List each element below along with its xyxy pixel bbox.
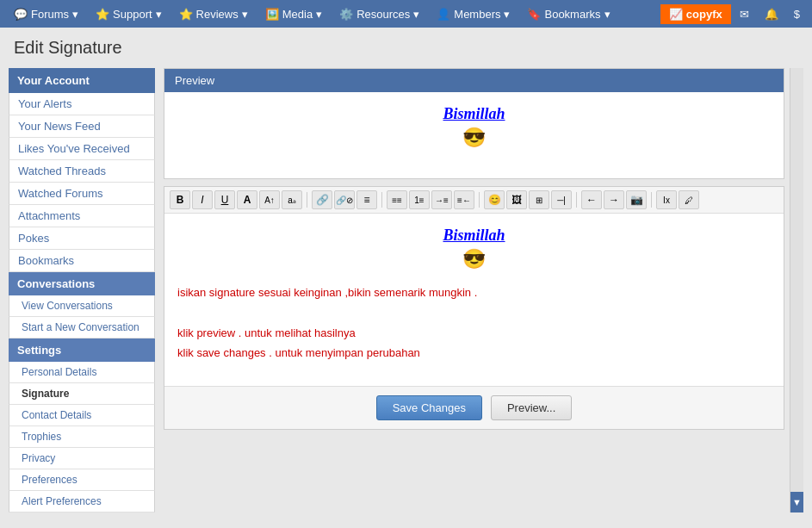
members-icon: 👤: [437, 8, 450, 21]
toolbar-camera[interactable]: 📷: [626, 190, 647, 209]
toolbar-undo[interactable]: ←: [581, 190, 602, 209]
preview-signature-title: Bismillah: [177, 105, 771, 123]
toolbar-remove-format[interactable]: Ix: [656, 190, 677, 209]
toolbar-bold[interactable]: B: [170, 190, 190, 209]
dollar-icon: $: [794, 8, 800, 21]
nav-support-label: Support: [113, 8, 152, 21]
preview-header: Preview: [164, 69, 784, 92]
sidebar-item-personal-details[interactable]: Personal Details: [9, 362, 155, 383]
nav-mail[interactable]: ✉: [733, 4, 756, 24]
preview-body: Bismillah 😎: [164, 92, 784, 178]
nav-bookmarks-label: Bookmarks: [544, 8, 600, 21]
toolbar-link[interactable]: 🔗: [312, 190, 332, 209]
sidebar-item-attachments[interactable]: Attachments: [9, 205, 155, 227]
toolbar-unlink[interactable]: 🔗⊘: [334, 190, 355, 209]
preview-signature-emoji: 😎: [177, 127, 771, 149]
nav-forums[interactable]: 💬 Forums ▾: [5, 3, 87, 26]
nav-resources[interactable]: ⚙️ Resources ▾: [331, 3, 428, 26]
preview-panel: Preview Bismillah 😎: [164, 68, 784, 179]
main-layout: Your Account Your Alerts Your News Feed …: [0, 68, 812, 521]
editor-toolbar: B I U A A↑ aₐ 🔗 🔗⊘ ≡ ≡≡ 1≡ →≡ ≡← 😊 🖼 ⊞ ─…: [164, 187, 784, 214]
nav-bookmarks[interactable]: 🔖 Bookmarks ▾: [518, 3, 618, 26]
nav-forums-label: Forums: [31, 8, 69, 21]
toolbar-source[interactable]: 🖊: [679, 190, 699, 209]
scroll-down-button[interactable]: ▼: [790, 492, 803, 512]
toolbar-sep-2: [381, 192, 382, 208]
toolbar-indent-out[interactable]: ≡←: [454, 190, 474, 209]
editor-signature-title: Bismillah: [177, 227, 771, 245]
sidebar-item-signature[interactable]: Signature: [9, 383, 155, 405]
editor-panel: B I U A A↑ aₐ 🔗 🔗⊘ ≡ ≡≡ 1≡ →≡ ≡← 😊 🖼 ⊞ ─…: [164, 186, 784, 430]
toolbar-sep-3: [479, 192, 480, 208]
media-icon: 🖼️: [265, 8, 279, 21]
sidebar-item-watched-threads[interactable]: Watched Threads: [9, 160, 155, 183]
support-icon: ⭐: [96, 8, 109, 21]
nav-dollar[interactable]: $: [787, 4, 807, 24]
sidebar-item-watched-forums[interactable]: Watched Forums: [9, 183, 155, 205]
toolbar-hr[interactable]: ─|: [551, 190, 572, 209]
editor-line2: klik preview . untuk melihat hasilnya: [177, 323, 771, 343]
page-title: Edit Signature: [0, 28, 812, 68]
sidebar-item-pokes[interactable]: Pokes: [9, 227, 155, 250]
toolbar-italic[interactable]: I: [192, 190, 213, 209]
bookmarks-icon: 🔖: [527, 8, 541, 21]
save-changes-button[interactable]: Save Changes: [376, 395, 482, 420]
brand-logo[interactable]: 📈 copyfx: [660, 4, 731, 24]
toolbar-list-ordered[interactable]: 1≡: [409, 190, 430, 209]
sidebar-item-view-conversations[interactable]: View Conversations: [9, 295, 155, 317]
mail-icon: ✉: [740, 8, 749, 21]
toolbar-font-size-down[interactable]: aₐ: [282, 190, 302, 209]
toolbar-font-size-up[interactable]: A↑: [259, 190, 280, 209]
editor-body[interactable]: Bismillah 😎 isikan signature sesuai kein…: [164, 214, 784, 386]
resources-icon: ⚙️: [339, 8, 353, 21]
sidebar-item-alerts[interactable]: Your Alerts: [9, 93, 155, 115]
main-content: Preview Bismillah 😎 B I U A A↑ aₐ 🔗 🔗⊘ ≡…: [164, 68, 784, 512]
nav-media[interactable]: 🖼️ Media ▾: [257, 3, 331, 26]
nav-members-label: Members: [454, 8, 500, 21]
editor-signature-emoji: 😎: [177, 248, 771, 270]
toolbar-align[interactable]: ≡: [356, 190, 377, 209]
nav-reviews-label: Reviews: [196, 8, 239, 21]
sidebar-account-header: Your Account: [9, 68, 155, 93]
reviews-icon: ⭐: [179, 8, 193, 21]
sidebar-item-alert-preferences[interactable]: Alert Preferences: [9, 491, 155, 512]
sidebar-item-bookmarks[interactable]: Bookmarks: [9, 250, 155, 272]
sidebar-item-start-conversation[interactable]: Start a New Conversation: [9, 317, 155, 339]
sidebar-item-newsfeed[interactable]: Your News Feed: [9, 115, 155, 138]
sidebar-conversations-header: Conversations: [9, 272, 155, 295]
editor-line3: klik save changes . untuk menyimpan peru…: [177, 343, 771, 363]
toolbar-sep-1: [307, 192, 307, 208]
action-bar: Save Changes Preview...: [164, 386, 784, 429]
toolbar-font-color[interactable]: A: [237, 190, 257, 209]
toolbar-redo[interactable]: →: [604, 190, 624, 209]
nav-support[interactable]: ⭐ Support ▾: [87, 3, 170, 26]
editor-line1: isikan signature sesuai keinginan ,bikin…: [177, 283, 771, 302]
toolbar-list-unordered[interactable]: ≡≡: [387, 190, 407, 209]
sidebar: Your Account Your Alerts Your News Feed …: [9, 68, 155, 512]
sidebar-item-preferences[interactable]: Preferences: [9, 469, 155, 491]
toolbar-table[interactable]: ⊞: [529, 190, 549, 209]
bell-icon: 🔔: [765, 8, 778, 21]
sidebar-item-trophies[interactable]: Trophies: [9, 426, 155, 448]
scrollbar[interactable]: ▼: [790, 68, 803, 512]
brand-label: copyfx: [686, 8, 722, 21]
nav-reviews[interactable]: ⭐ Reviews ▾: [170, 3, 257, 26]
sidebar-item-contact-details[interactable]: Contact Details: [9, 405, 155, 426]
sidebar-item-likes[interactable]: Likes You've Received: [9, 138, 155, 160]
preview-button[interactable]: Preview...: [491, 395, 572, 420]
sidebar-settings-header: Settings: [9, 339, 155, 362]
brand-chart-icon: 📈: [669, 8, 683, 21]
toolbar-underline[interactable]: U: [214, 190, 235, 209]
nav-right-area: 📈 copyfx ✉ 🔔 $: [660, 4, 807, 24]
nav-members[interactable]: 👤 Members ▾: [428, 3, 518, 26]
forums-icon: 💬: [14, 8, 28, 21]
sidebar-item-privacy[interactable]: Privacy: [9, 448, 155, 469]
top-navigation: 💬 Forums ▾ ⭐ Support ▾ ⭐ Reviews ▾ 🖼️ Me…: [0, 0, 812, 28]
toolbar-indent-in[interactable]: →≡: [431, 190, 452, 209]
toolbar-emoji[interactable]: 😊: [484, 190, 505, 209]
nav-resources-label: Resources: [356, 8, 410, 21]
toolbar-image[interactable]: 🖼: [506, 190, 527, 209]
nav-bell[interactable]: 🔔: [758, 4, 785, 24]
nav-media-label: Media: [282, 8, 313, 21]
toolbar-sep-4: [576, 192, 577, 208]
